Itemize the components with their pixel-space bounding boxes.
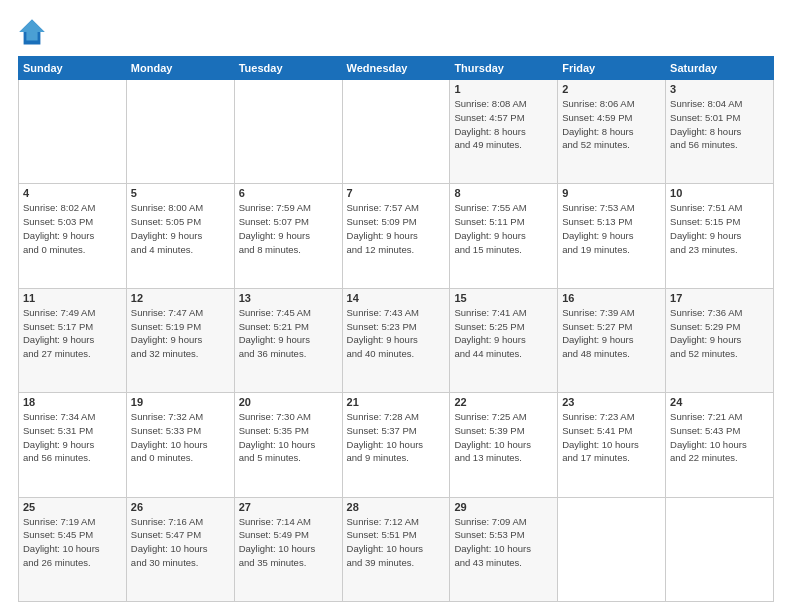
logo bbox=[18, 18, 50, 46]
weekday-header-tuesday: Tuesday bbox=[234, 57, 342, 80]
day-number: 18 bbox=[23, 396, 122, 408]
calendar-cell: 14Sunrise: 7:43 AM Sunset: 5:23 PM Dayli… bbox=[342, 288, 450, 392]
weekday-header-sunday: Sunday bbox=[19, 57, 127, 80]
calendar-cell: 13Sunrise: 7:45 AM Sunset: 5:21 PM Dayli… bbox=[234, 288, 342, 392]
calendar-cell: 1Sunrise: 8:08 AM Sunset: 4:57 PM Daylig… bbox=[450, 80, 558, 184]
day-number: 7 bbox=[347, 187, 446, 199]
day-info: Sunrise: 7:14 AM Sunset: 5:49 PM Dayligh… bbox=[239, 515, 338, 570]
calendar-cell: 4Sunrise: 8:02 AM Sunset: 5:03 PM Daylig… bbox=[19, 184, 127, 288]
day-number: 16 bbox=[562, 292, 661, 304]
week-row-3: 18Sunrise: 7:34 AM Sunset: 5:31 PM Dayli… bbox=[19, 393, 774, 497]
calendar-cell: 9Sunrise: 7:53 AM Sunset: 5:13 PM Daylig… bbox=[558, 184, 666, 288]
calendar-cell: 6Sunrise: 7:59 AM Sunset: 5:07 PM Daylig… bbox=[234, 184, 342, 288]
logo-icon bbox=[18, 18, 46, 46]
day-info: Sunrise: 7:55 AM Sunset: 5:11 PM Dayligh… bbox=[454, 201, 553, 256]
weekday-header-monday: Monday bbox=[126, 57, 234, 80]
day-number: 25 bbox=[23, 501, 122, 513]
calendar-cell: 27Sunrise: 7:14 AM Sunset: 5:49 PM Dayli… bbox=[234, 497, 342, 601]
day-number: 29 bbox=[454, 501, 553, 513]
day-info: Sunrise: 7:47 AM Sunset: 5:19 PM Dayligh… bbox=[131, 306, 230, 361]
day-number: 10 bbox=[670, 187, 769, 199]
day-number: 27 bbox=[239, 501, 338, 513]
day-info: Sunrise: 8:04 AM Sunset: 5:01 PM Dayligh… bbox=[670, 97, 769, 152]
day-number: 5 bbox=[131, 187, 230, 199]
calendar-cell: 2Sunrise: 8:06 AM Sunset: 4:59 PM Daylig… bbox=[558, 80, 666, 184]
calendar-cell: 28Sunrise: 7:12 AM Sunset: 5:51 PM Dayli… bbox=[342, 497, 450, 601]
calendar-cell: 10Sunrise: 7:51 AM Sunset: 5:15 PM Dayli… bbox=[666, 184, 774, 288]
calendar-cell: 5Sunrise: 8:00 AM Sunset: 5:05 PM Daylig… bbox=[126, 184, 234, 288]
calendar-cell bbox=[126, 80, 234, 184]
day-number: 1 bbox=[454, 83, 553, 95]
calendar-cell: 15Sunrise: 7:41 AM Sunset: 5:25 PM Dayli… bbox=[450, 288, 558, 392]
day-info: Sunrise: 8:02 AM Sunset: 5:03 PM Dayligh… bbox=[23, 201, 122, 256]
calendar-cell: 29Sunrise: 7:09 AM Sunset: 5:53 PM Dayli… bbox=[450, 497, 558, 601]
day-number: 11 bbox=[23, 292, 122, 304]
calendar-table: SundayMondayTuesdayWednesdayThursdayFrid… bbox=[18, 56, 774, 602]
day-info: Sunrise: 7:12 AM Sunset: 5:51 PM Dayligh… bbox=[347, 515, 446, 570]
calendar-cell: 12Sunrise: 7:47 AM Sunset: 5:19 PM Dayli… bbox=[126, 288, 234, 392]
day-number: 21 bbox=[347, 396, 446, 408]
day-number: 23 bbox=[562, 396, 661, 408]
weekday-header-saturday: Saturday bbox=[666, 57, 774, 80]
weekday-header-wednesday: Wednesday bbox=[342, 57, 450, 80]
day-info: Sunrise: 8:06 AM Sunset: 4:59 PM Dayligh… bbox=[562, 97, 661, 152]
week-row-0: 1Sunrise: 8:08 AM Sunset: 4:57 PM Daylig… bbox=[19, 80, 774, 184]
day-number: 8 bbox=[454, 187, 553, 199]
calendar-cell: 25Sunrise: 7:19 AM Sunset: 5:45 PM Dayli… bbox=[19, 497, 127, 601]
day-info: Sunrise: 7:21 AM Sunset: 5:43 PM Dayligh… bbox=[670, 410, 769, 465]
calendar-cell bbox=[342, 80, 450, 184]
day-number: 15 bbox=[454, 292, 553, 304]
calendar-cell: 21Sunrise: 7:28 AM Sunset: 5:37 PM Dayli… bbox=[342, 393, 450, 497]
day-info: Sunrise: 7:51 AM Sunset: 5:15 PM Dayligh… bbox=[670, 201, 769, 256]
calendar-cell bbox=[234, 80, 342, 184]
calendar-cell: 19Sunrise: 7:32 AM Sunset: 5:33 PM Dayli… bbox=[126, 393, 234, 497]
week-row-4: 25Sunrise: 7:19 AM Sunset: 5:45 PM Dayli… bbox=[19, 497, 774, 601]
day-info: Sunrise: 7:53 AM Sunset: 5:13 PM Dayligh… bbox=[562, 201, 661, 256]
day-info: Sunrise: 7:41 AM Sunset: 5:25 PM Dayligh… bbox=[454, 306, 553, 361]
day-info: Sunrise: 7:25 AM Sunset: 5:39 PM Dayligh… bbox=[454, 410, 553, 465]
day-info: Sunrise: 7:34 AM Sunset: 5:31 PM Dayligh… bbox=[23, 410, 122, 465]
calendar-cell: 8Sunrise: 7:55 AM Sunset: 5:11 PM Daylig… bbox=[450, 184, 558, 288]
weekday-header-row: SundayMondayTuesdayWednesdayThursdayFrid… bbox=[19, 57, 774, 80]
day-info: Sunrise: 7:16 AM Sunset: 5:47 PM Dayligh… bbox=[131, 515, 230, 570]
calendar-cell: 18Sunrise: 7:34 AM Sunset: 5:31 PM Dayli… bbox=[19, 393, 127, 497]
week-row-2: 11Sunrise: 7:49 AM Sunset: 5:17 PM Dayli… bbox=[19, 288, 774, 392]
day-info: Sunrise: 7:28 AM Sunset: 5:37 PM Dayligh… bbox=[347, 410, 446, 465]
calendar-cell: 17Sunrise: 7:36 AM Sunset: 5:29 PM Dayli… bbox=[666, 288, 774, 392]
day-info: Sunrise: 7:23 AM Sunset: 5:41 PM Dayligh… bbox=[562, 410, 661, 465]
day-info: Sunrise: 7:32 AM Sunset: 5:33 PM Dayligh… bbox=[131, 410, 230, 465]
calendar-cell: 3Sunrise: 8:04 AM Sunset: 5:01 PM Daylig… bbox=[666, 80, 774, 184]
day-number: 19 bbox=[131, 396, 230, 408]
day-info: Sunrise: 8:08 AM Sunset: 4:57 PM Dayligh… bbox=[454, 97, 553, 152]
day-number: 9 bbox=[562, 187, 661, 199]
day-number: 28 bbox=[347, 501, 446, 513]
day-number: 2 bbox=[562, 83, 661, 95]
day-number: 24 bbox=[670, 396, 769, 408]
day-info: Sunrise: 7:45 AM Sunset: 5:21 PM Dayligh… bbox=[239, 306, 338, 361]
day-number: 22 bbox=[454, 396, 553, 408]
day-number: 12 bbox=[131, 292, 230, 304]
calendar-cell: 20Sunrise: 7:30 AM Sunset: 5:35 PM Dayli… bbox=[234, 393, 342, 497]
header bbox=[18, 18, 774, 46]
day-info: Sunrise: 7:09 AM Sunset: 5:53 PM Dayligh… bbox=[454, 515, 553, 570]
day-info: Sunrise: 7:36 AM Sunset: 5:29 PM Dayligh… bbox=[670, 306, 769, 361]
page: SundayMondayTuesdayWednesdayThursdayFrid… bbox=[0, 0, 792, 612]
calendar-cell bbox=[666, 497, 774, 601]
day-number: 6 bbox=[239, 187, 338, 199]
day-number: 17 bbox=[670, 292, 769, 304]
day-info: Sunrise: 7:19 AM Sunset: 5:45 PM Dayligh… bbox=[23, 515, 122, 570]
day-number: 3 bbox=[670, 83, 769, 95]
day-number: 4 bbox=[23, 187, 122, 199]
day-info: Sunrise: 8:00 AM Sunset: 5:05 PM Dayligh… bbox=[131, 201, 230, 256]
calendar-cell: 23Sunrise: 7:23 AM Sunset: 5:41 PM Dayli… bbox=[558, 393, 666, 497]
calendar-cell: 11Sunrise: 7:49 AM Sunset: 5:17 PM Dayli… bbox=[19, 288, 127, 392]
day-info: Sunrise: 7:59 AM Sunset: 5:07 PM Dayligh… bbox=[239, 201, 338, 256]
calendar-cell bbox=[19, 80, 127, 184]
day-number: 13 bbox=[239, 292, 338, 304]
weekday-header-thursday: Thursday bbox=[450, 57, 558, 80]
calendar-cell bbox=[558, 497, 666, 601]
day-number: 26 bbox=[131, 501, 230, 513]
day-info: Sunrise: 7:43 AM Sunset: 5:23 PM Dayligh… bbox=[347, 306, 446, 361]
day-info: Sunrise: 7:39 AM Sunset: 5:27 PM Dayligh… bbox=[562, 306, 661, 361]
day-number: 20 bbox=[239, 396, 338, 408]
